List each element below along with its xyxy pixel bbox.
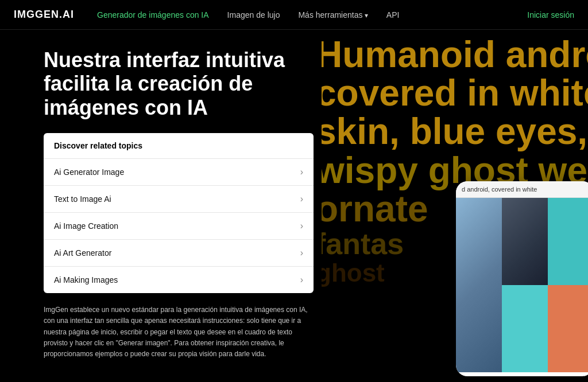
- topic-label-1: Ai Generator Image: [54, 167, 124, 177]
- topic-item-5[interactable]: Ai Making Images ›: [44, 267, 314, 293]
- hero-title: Nuestra interfaz intuitiva facilita la c…: [44, 48, 308, 119]
- topic-label-2: Text to Image Ai: [54, 194, 111, 204]
- description-text: ImgGen establece un nuevo estándar para …: [44, 305, 314, 360]
- nav-link-api[interactable]: API: [386, 10, 400, 20]
- chevron-icon-4: ›: [300, 248, 303, 258]
- phone-image-grid: [456, 198, 588, 372]
- phone-image-5: [548, 285, 588, 372]
- nav-link-generator[interactable]: Generador de imágenes con IA: [97, 10, 209, 20]
- topic-label-3: Ai Image Creation: [54, 221, 118, 231]
- phone-image-1: [456, 198, 502, 372]
- topic-label-4: Ai Art Generator: [54, 248, 111, 258]
- topic-item-3[interactable]: Ai Image Creation ›: [44, 213, 314, 240]
- nav-link-luxury[interactable]: Imagen de lujo: [227, 10, 280, 20]
- topic-item-2[interactable]: Text to Image Ai ›: [44, 186, 314, 213]
- phone-image-3: [548, 198, 588, 285]
- logo[interactable]: IMGGEN.AI: [14, 9, 74, 21]
- topics-card: Discover related topics Ai Generator Ima…: [44, 133, 314, 293]
- right-panel: Humanoid androi covered in white p skin,…: [322, 30, 588, 382]
- nav-link-tools[interactable]: Más herramientas: [298, 10, 368, 20]
- main-content: Nuestra interfaz intuitiva facilita la c…: [0, 30, 588, 382]
- topic-item-1[interactable]: Ai Generator Image ›: [44, 159, 314, 186]
- phone-image-4: [502, 285, 548, 372]
- chevron-icon-2: ›: [300, 194, 303, 204]
- chevron-icon-1: ›: [300, 167, 303, 177]
- phone-mockup: d android, covered in white: [456, 181, 588, 376]
- phone-image-2: [502, 198, 548, 285]
- chevron-icon-5: ›: [300, 275, 303, 285]
- topics-card-header: Discover related topics: [44, 133, 314, 159]
- topic-item-4[interactable]: Ai Art Generator ›: [44, 240, 314, 267]
- navbar: IMGGEN.AI Generador de imágenes con IA I…: [0, 0, 588, 30]
- chevron-icon-3: ›: [300, 221, 303, 231]
- topic-label-5: Ai Making Images: [54, 275, 118, 284]
- nav-links: Generador de imágenes con IA Imagen de l…: [97, 10, 527, 20]
- phone-input-bar: d android, covered in white: [456, 181, 588, 198]
- login-button[interactable]: Iniciar sesión: [527, 10, 574, 20]
- left-panel: Nuestra interfaz intuitiva facilita la c…: [0, 30, 322, 382]
